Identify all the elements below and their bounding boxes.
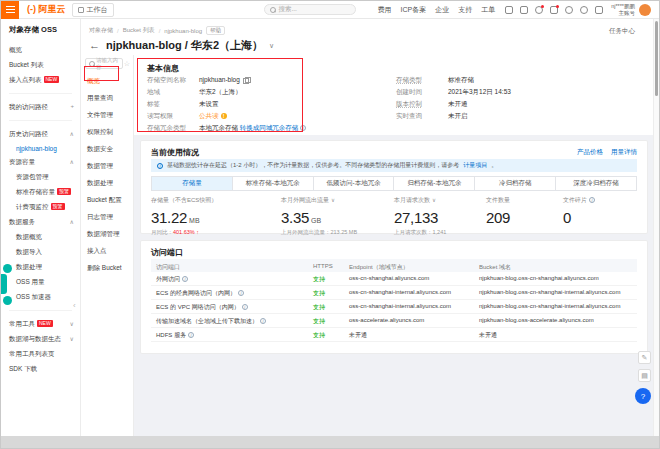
tab-archive-lrs[interactable]: 归档存储-本地冗余 xyxy=(394,177,475,190)
endpoint-value: oss-cn-shanghai-internal.aliyuncs.com xyxy=(349,289,451,295)
service-bubble-icon[interactable] xyxy=(3,296,12,305)
bucket-menu-access-point[interactable]: 接入点 xyxy=(81,243,133,260)
global-search-input[interactable]: 搜索... xyxy=(264,4,356,15)
usage-tabs: 存储量 标准存储-本地冗余 低频访问-本地冗余 归档存储-本地冗余 冷归档存储 … xyxy=(151,176,637,191)
tag-value: 未设置 xyxy=(199,100,219,107)
sidebar-group-resource-capacity[interactable]: 资源容量∧ xyxy=(9,155,80,170)
contact-tab[interactable] xyxy=(1,274,7,294)
sidebar-group-data-services[interactable]: 数据服务∧ xyxy=(9,215,80,230)
sidebar-item-overview[interactable]: 概览 xyxy=(9,43,80,58)
doc-icon[interactable] xyxy=(505,6,513,14)
sidebar-group-data-lake[interactable]: 数据湖与数据生态∨ xyxy=(9,332,80,347)
info-icon[interactable]: i xyxy=(182,276,188,282)
menu-billing[interactable]: 费用 xyxy=(378,5,392,15)
bucket-menu-overview[interactable]: 概览 xyxy=(81,73,133,90)
sidebar-item-access-points[interactable]: 接入点列表NEW xyxy=(9,73,80,88)
field-label: 版本控制 xyxy=(396,100,448,109)
bucket-menu-bucket-config[interactable]: Bucket 配置 xyxy=(81,192,133,209)
menu-icp[interactable]: ICP备案 xyxy=(401,5,427,15)
sidebar-item-billing-monitor[interactable]: 计费项监控预警 xyxy=(9,200,80,215)
info-icon[interactable]: i xyxy=(242,304,248,310)
cart-icon[interactable] xyxy=(550,6,558,14)
stat-storage: 存储量（不含ECS快照） 31.22MB 月同比：401.63% ↑ xyxy=(151,196,217,236)
table-row: 外网访问i 支持 oss-cn-shanghai.aliyuncs.com nj… xyxy=(151,272,637,286)
bucket-menu-data-lake[interactable]: 数据湖管理 xyxy=(81,226,133,243)
bucket-menu-usage-query[interactable]: 用量查询 xyxy=(81,90,133,107)
tab-deep-cold-archive[interactable]: 深度冷归档存储 xyxy=(556,177,636,190)
convert-redundancy-link[interactable]: 转换成同城冗余存储 xyxy=(240,124,299,131)
info-icon[interactable]: i xyxy=(589,197,595,203)
menu-ticket[interactable]: 工单 xyxy=(481,5,495,15)
title-dropdown-icon[interactable]: ∨ xyxy=(269,42,274,50)
chevron-down-icon[interactable]: ∨ xyxy=(331,197,335,203)
workbench-button[interactable]: 工作台 xyxy=(72,3,114,17)
sidebar-item-data-import[interactable]: 数据导入 xyxy=(9,245,80,260)
chat-bubble-icon[interactable] xyxy=(3,264,12,273)
survey-button[interactable]: ▤ xyxy=(638,369,651,382)
help-icon[interactable] xyxy=(580,6,588,14)
tab-standard-lrs[interactable]: 标准存储-本地冗余 xyxy=(233,177,314,190)
bucket-menu-log-management[interactable]: 日志管理 xyxy=(81,209,133,226)
sidebar-item-data-overview[interactable]: 数据概览 xyxy=(9,230,80,245)
tab-storage[interactable]: 存储量 xyxy=(152,177,233,190)
bulb-icon[interactable] xyxy=(565,6,573,14)
favorite-star-icon[interactable]: ☆ xyxy=(124,60,130,68)
product-price-link[interactable]: 产品价格 xyxy=(577,148,603,157)
sidebar-item-oss-usage[interactable]: OSS 用量 xyxy=(9,275,80,290)
info-icon[interactable]: i xyxy=(300,125,306,131)
menu-enterprise[interactable]: 企业 xyxy=(435,5,449,15)
user-menu[interactable]: nj****鹏鹏 主账号 xyxy=(611,3,635,16)
tab-ia-lrs[interactable]: 低频访问-本地冗余 xyxy=(314,177,395,190)
chevron-down-icon[interactable]: ∨ xyxy=(432,197,436,203)
info-icon[interactable]: i xyxy=(260,318,266,324)
feedback-button[interactable]: ✎ xyxy=(638,351,651,364)
bucket-menu-file-management[interactable]: 文件管理 xyxy=(81,107,133,124)
sidebar-item-resource-packages[interactable]: 资源包管理 xyxy=(9,170,80,185)
task-center-link[interactable]: 任务中心 xyxy=(609,27,635,36)
versioning-value: 未开通 xyxy=(448,100,468,107)
bucket-menu-data-management[interactable]: 数据管理 xyxy=(81,158,133,175)
topbar-icons xyxy=(505,6,603,14)
sidebar-group-common-tools[interactable]: 常用工具NEW∨ xyxy=(9,317,80,332)
sidebar-collapse-icon[interactable]: ‹ xyxy=(73,301,76,310)
fullscreen-icon[interactable] xyxy=(520,6,528,14)
bucket-menu-delete-bucket[interactable]: 删除 Bucket xyxy=(81,260,133,277)
search-icon xyxy=(270,7,276,13)
sidebar-item-oss-accelerator[interactable]: OSS 加速器 xyxy=(9,290,80,305)
language-icon[interactable] xyxy=(595,6,603,14)
sidebar-item-standard-capacity[interactable]: 标准存储容量预警 xyxy=(9,185,80,200)
help-chip[interactable]: 帮助 xyxy=(206,26,225,35)
sidebar-item-sdk-download[interactable]: SDK 下载 xyxy=(9,362,80,377)
assistant-button[interactable]: ? xyxy=(635,388,651,404)
copy-icon[interactable] xyxy=(243,77,249,83)
topbar: (-) 阿里云 工作台 搜索... 费用 ICP备案 企业 支持 工单 nj**… xyxy=(1,1,659,19)
breadcrumb-bucket-list[interactable]: Bucket 列表 xyxy=(123,26,155,35)
bell-icon[interactable] xyxy=(535,6,543,14)
hamburger-menu-icon[interactable] xyxy=(1,1,19,19)
sidebar-item-my-paths[interactable]: 我的访问路径+ xyxy=(9,100,80,115)
sidebar-item-bucket-list[interactable]: Bucket 列表 xyxy=(9,58,80,73)
metering-items-link[interactable]: 计量项目 xyxy=(463,161,487,170)
vertical-scrollbar[interactable] xyxy=(653,19,659,436)
scrollbar-thumb[interactable] xyxy=(655,21,658,96)
menu-support[interactable]: 支持 xyxy=(458,5,472,15)
breadcrumb-oss[interactable]: 对象存储 xyxy=(89,26,113,35)
table-row: ECS 的经典网络访问（内网）i 支持 oss-cn-shanghai-inte… xyxy=(151,286,637,300)
info-icon[interactable]: i xyxy=(188,332,194,338)
info-icon[interactable]: i xyxy=(238,290,244,296)
sidebar-item-tools-list[interactable]: 常用工具列表页 xyxy=(9,347,80,362)
stat-requests: 本月请求次数∨ 27,133 上月请求次数：1,241 xyxy=(394,196,446,236)
sidebar-group-history-paths[interactable]: 历史访问路径∧ xyxy=(9,127,80,142)
bucket-menu-data-security[interactable]: 数据安全 xyxy=(81,141,133,158)
usage-details-link[interactable]: 用量详情 xyxy=(611,148,637,157)
bucket-domain-value: 未开通 xyxy=(479,331,497,340)
avatar[interactable] xyxy=(639,4,651,16)
breadcrumb-bucket[interactable]: njpkhuan-blog xyxy=(164,28,202,34)
bucket-menu-search-input[interactable]: 请输入内容 xyxy=(85,58,123,69)
sidebar-item-njpkhuan-blog[interactable]: njpkhuan-blog xyxy=(9,142,80,155)
back-arrow-icon[interactable]: ← xyxy=(89,40,100,51)
tab-cold-archive[interactable]: 冷归档存储 xyxy=(475,177,556,190)
bucket-menu-permission[interactable]: 权限控制 xyxy=(81,124,133,141)
bucket-menu-data-processing[interactable]: 数据处理 xyxy=(81,175,133,192)
sidebar-item-data-processing[interactable]: 数据处理 xyxy=(9,260,80,275)
